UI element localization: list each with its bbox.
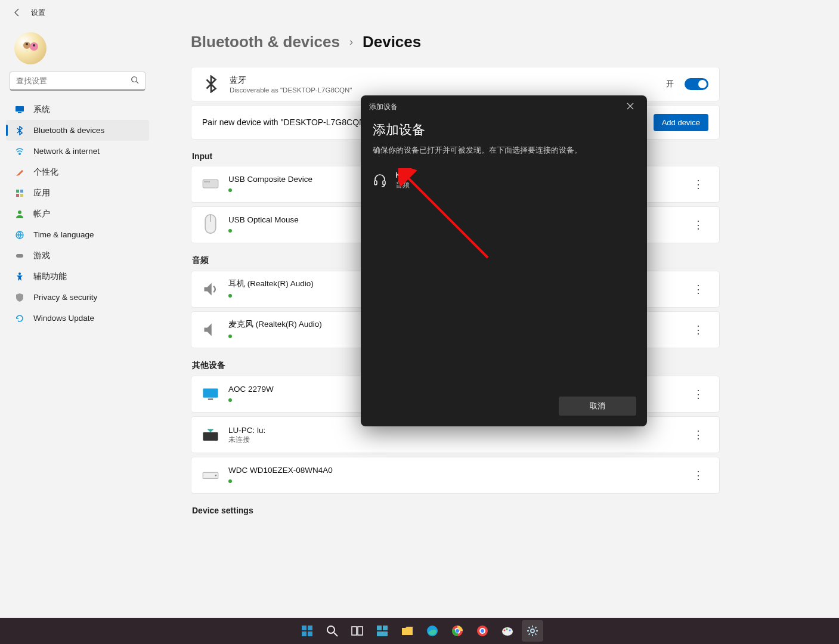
svg-point-52 <box>531 629 534 633</box>
svg-point-12 <box>18 210 21 214</box>
update-icon <box>14 313 25 324</box>
nav-network[interactable]: Network & internet <box>6 141 149 162</box>
svg-point-15 <box>18 273 21 275</box>
apps-icon <box>14 188 25 199</box>
status-dot-icon <box>228 294 232 298</box>
bluetooth-title: 蓝牙 <box>230 75 352 86</box>
nav-personalization[interactable]: 个性化 <box>6 162 149 182</box>
svg-rect-33 <box>302 631 307 636</box>
chrome-canary-button[interactable] <box>472 620 493 642</box>
svg-rect-11 <box>20 194 23 197</box>
nav-label: Bluetooth & devices <box>33 126 104 135</box>
svg-rect-24 <box>203 432 218 441</box>
file-explorer-button[interactable] <box>397 620 418 642</box>
nav-apps[interactable]: 应用 <box>6 182 149 203</box>
svg-rect-19 <box>209 181 210 182</box>
svg-rect-34 <box>308 631 312 636</box>
modal-small-title: 添加设备 <box>369 102 398 112</box>
user-avatar[interactable] <box>14 32 47 64</box>
sidebar: 系统 Bluetooth & devices Network & interne… <box>0 30 155 329</box>
modal-heading: 添加设备 <box>373 121 635 139</box>
svg-rect-14 <box>16 254 23 258</box>
close-button[interactable] <box>622 100 639 114</box>
svg-rect-37 <box>358 627 363 635</box>
svg-rect-9 <box>20 190 23 193</box>
svg-point-7 <box>19 153 20 154</box>
nav-system[interactable]: 系统 <box>6 99 149 120</box>
display-icon <box>14 104 25 115</box>
status-dot-icon <box>228 398 232 402</box>
chrome-button[interactable] <box>447 620 468 642</box>
add-device-button[interactable]: Add device <box>654 114 708 131</box>
modal-footer: 取消 <box>361 391 647 426</box>
svg-point-50 <box>506 628 507 630</box>
search-box[interactable] <box>10 72 145 91</box>
paint-button[interactable] <box>497 620 518 642</box>
svg-rect-31 <box>302 626 307 630</box>
cancel-button[interactable]: 取消 <box>559 397 636 416</box>
task-view-button[interactable] <box>346 620 368 642</box>
header: 设置 <box>12 7 45 18</box>
device-name: USB Composite Device <box>228 175 312 184</box>
nav-time-language[interactable]: Time & language <box>6 224 149 245</box>
section-device-settings-label: Device settings <box>192 506 720 515</box>
breadcrumb: Bluetooth & devices › Devices <box>191 33 720 51</box>
device-name: WDC WD10EZEX-08WN4A0 <box>228 466 333 475</box>
found-device-item[interactable]: K2 音频 <box>373 167 635 194</box>
device-name: LU-PC: lu: <box>228 426 265 435</box>
nav-label: 帐户 <box>33 209 50 219</box>
more-button[interactable]: ⋮ <box>688 216 708 234</box>
start-button[interactable] <box>296 620 318 642</box>
svg-rect-36 <box>352 627 357 635</box>
speaker-icon <box>202 281 219 298</box>
status-dot-icon <box>228 479 232 483</box>
nav-gaming[interactable]: 游戏 <box>6 245 149 266</box>
more-button[interactable]: ⋮ <box>688 426 708 444</box>
nav-accounts[interactable]: 帐户 <box>6 203 149 224</box>
more-button[interactable]: ⋮ <box>688 321 708 339</box>
svg-point-44 <box>456 629 459 633</box>
nav-windows-update[interactable]: Windows Update <box>6 308 149 329</box>
nav-label: 个性化 <box>33 167 58 178</box>
svg-point-27 <box>215 475 217 476</box>
edge-button[interactable] <box>422 620 443 642</box>
nav-label: Windows Update <box>33 314 94 323</box>
svg-rect-22 <box>203 388 218 397</box>
device-name: AOC 2279W <box>228 385 274 394</box>
device-name: 耳机 (Realtek(R) Audio) <box>228 278 314 289</box>
search-icon <box>131 76 139 86</box>
search-input[interactable] <box>16 76 131 85</box>
more-button[interactable]: ⋮ <box>688 280 708 298</box>
svg-rect-28 <box>374 181 377 185</box>
more-button[interactable]: ⋮ <box>688 466 708 484</box>
nav-privacy-security[interactable]: Privacy & security <box>6 287 149 308</box>
bluetooth-subtitle: Discoverable as "DESKTOP-L7G8CQN" <box>230 86 352 94</box>
svg-rect-16 <box>203 179 218 188</box>
bluetooth-toggle[interactable] <box>685 78 708 90</box>
nav-bluetooth-devices[interactable]: Bluetooth & devices <box>6 120 149 141</box>
svg-rect-8 <box>16 190 19 193</box>
breadcrumb-current: Devices <box>363 33 421 51</box>
search-button[interactable] <box>321 620 343 642</box>
settings-button[interactable] <box>522 620 543 642</box>
nav-label: Network & internet <box>33 147 100 156</box>
more-button[interactable]: ⋮ <box>688 175 708 193</box>
device-row[interactable]: WDC WD10EZEX-08WN4A0 ⋮ <box>191 457 720 494</box>
accessibility-icon <box>14 271 25 282</box>
svg-rect-29 <box>383 181 385 185</box>
nav-accessibility[interactable]: 辅助功能 <box>6 266 149 287</box>
chevron-right-icon: › <box>349 36 353 48</box>
svg-marker-25 <box>207 429 213 432</box>
globe-icon <box>14 230 25 240</box>
back-button[interactable] <box>12 7 23 18</box>
more-button[interactable]: ⋮ <box>688 385 708 403</box>
svg-rect-10 <box>16 194 19 197</box>
breadcrumb-parent[interactable]: Bluetooth & devices <box>191 33 340 51</box>
nav-label: 辅助功能 <box>33 271 67 282</box>
person-icon <box>14 209 25 219</box>
widgets-button[interactable] <box>371 620 393 642</box>
nav-label: 应用 <box>33 188 50 199</box>
svg-rect-32 <box>308 626 312 630</box>
svg-point-47 <box>481 629 484 633</box>
shield-icon <box>14 292 25 303</box>
